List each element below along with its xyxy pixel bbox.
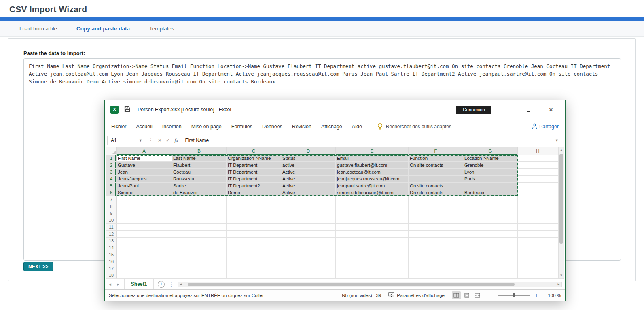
cell-G1[interactable]: Location->Name bbox=[463, 155, 518, 162]
cell-E2[interactable]: gustave.flaubert@it.com bbox=[336, 162, 409, 169]
cell-C7[interactable] bbox=[227, 196, 281, 203]
cell-A16[interactable] bbox=[117, 258, 172, 265]
row-header-11[interactable]: 11 bbox=[106, 224, 117, 231]
cell-E13[interactable] bbox=[336, 238, 409, 244]
formula-input[interactable]: First Name ▼ bbox=[181, 136, 563, 145]
column-header-E[interactable]: E bbox=[336, 147, 409, 155]
row-header-15[interactable]: 15 bbox=[106, 251, 117, 258]
cell-F4[interactable] bbox=[409, 176, 463, 183]
cell-B17[interactable] bbox=[172, 265, 227, 272]
cell-B15[interactable] bbox=[172, 251, 227, 258]
tab-load-from-a-file[interactable]: Load from a file bbox=[19, 25, 57, 32]
cell-C17[interactable] bbox=[227, 265, 281, 272]
column-header-D[interactable]: D bbox=[281, 147, 336, 155]
row-header-8[interactable]: 8 bbox=[106, 203, 117, 210]
menu-affichage[interactable]: Affichage bbox=[321, 124, 342, 130]
cell-G6[interactable]: Bordeaux bbox=[463, 189, 518, 196]
cell-A5[interactable]: Jean-Paul bbox=[117, 183, 172, 189]
cell-G12[interactable] bbox=[463, 231, 518, 238]
vertical-scrollbar[interactable]: ▲ ▼ bbox=[558, 147, 564, 279]
cell-D14[interactable] bbox=[281, 244, 336, 251]
share-button[interactable]: Partager bbox=[532, 123, 559, 130]
zoom-in-button[interactable]: + bbox=[534, 292, 539, 298]
cell-A11[interactable] bbox=[117, 224, 172, 231]
cell-G13[interactable] bbox=[463, 238, 518, 244]
cell-E17[interactable] bbox=[336, 265, 409, 272]
scroll-right-icon[interactable]: ► bbox=[557, 282, 560, 286]
cell-D5[interactable]: Active bbox=[281, 183, 336, 189]
cell-E11[interactable] bbox=[336, 224, 409, 231]
cell-E7[interactable] bbox=[336, 196, 409, 203]
column-header-F[interactable]: F bbox=[409, 147, 463, 155]
cell-F1[interactable]: Function bbox=[409, 155, 463, 162]
cell-E4[interactable]: jeanjacques.rousseau@it.com bbox=[336, 176, 409, 183]
cell-D16[interactable] bbox=[281, 258, 336, 265]
cell-G18[interactable] bbox=[463, 272, 518, 279]
cell-A13[interactable] bbox=[117, 238, 172, 244]
minimize-button[interactable]: – bbox=[497, 107, 514, 113]
cell-G15[interactable] bbox=[463, 251, 518, 258]
cell-D6[interactable]: Active bbox=[281, 189, 336, 196]
cell-D1[interactable]: Status bbox=[281, 155, 336, 162]
row-header-14[interactable]: 14 bbox=[106, 244, 117, 251]
cell-F18[interactable] bbox=[409, 272, 463, 279]
cell-E10[interactable] bbox=[336, 217, 409, 224]
column-header-C[interactable]: C bbox=[227, 147, 281, 155]
zoom-out-button[interactable]: − bbox=[489, 292, 495, 298]
formula-confirm-icon[interactable]: ✓ bbox=[164, 138, 172, 143]
cell-B16[interactable] bbox=[172, 258, 227, 265]
cell-C9[interactable] bbox=[227, 210, 281, 217]
cell-C18[interactable] bbox=[227, 272, 281, 279]
cell-A2[interactable]: Gustave bbox=[117, 162, 172, 169]
cell-H4[interactable] bbox=[518, 176, 558, 183]
column-header-G[interactable]: G bbox=[463, 147, 518, 155]
next-button[interactable]: NEXT >> bbox=[23, 262, 53, 271]
cell-B3[interactable]: Cocteau bbox=[172, 169, 227, 176]
cell-B13[interactable] bbox=[172, 238, 227, 244]
cell-E12[interactable] bbox=[336, 231, 409, 238]
cell-H14[interactable] bbox=[518, 244, 558, 251]
menu-mise-en-page[interactable]: Mise en page bbox=[191, 124, 222, 130]
scroll-down-icon[interactable]: ▼ bbox=[560, 273, 563, 278]
cell-H3[interactable] bbox=[518, 169, 558, 176]
view-page-break-icon[interactable] bbox=[473, 291, 482, 299]
cell-B10[interactable] bbox=[172, 217, 227, 224]
zoom-slider-thumb[interactable] bbox=[513, 293, 515, 297]
cell-F5[interactable]: On site contacts bbox=[409, 183, 463, 189]
cell-A3[interactable]: Jean bbox=[117, 169, 172, 176]
cell-F2[interactable]: On site contacts bbox=[409, 162, 463, 169]
cell-A8[interactable] bbox=[117, 203, 172, 210]
cell-F6[interactable]: On site contacts bbox=[409, 189, 463, 196]
cell-H17[interactable] bbox=[518, 265, 558, 272]
menu-accueil[interactable]: Accueil bbox=[136, 124, 153, 130]
cell-H1[interactable] bbox=[518, 155, 558, 162]
menu-aide[interactable]: Aide bbox=[352, 124, 362, 130]
cell-G16[interactable] bbox=[463, 258, 518, 265]
cell-F15[interactable] bbox=[409, 251, 463, 258]
connexion-button[interactable]: Connexion bbox=[456, 106, 491, 114]
cell-H5[interactable] bbox=[518, 183, 558, 189]
cell-D10[interactable] bbox=[281, 217, 336, 224]
row-header-17[interactable]: 17 bbox=[106, 265, 117, 272]
cell-A4[interactable]: Jean-Jacques bbox=[117, 176, 172, 183]
menu-formules[interactable]: Formules bbox=[231, 124, 252, 130]
cell-D18[interactable] bbox=[281, 272, 336, 279]
row-header-13[interactable]: 13 bbox=[106, 238, 117, 244]
row-header-5[interactable]: 5 bbox=[106, 183, 117, 189]
tab-templates[interactable]: Templates bbox=[149, 25, 174, 32]
horizontal-scrollbar[interactable]: ◄ ► bbox=[178, 282, 562, 287]
cell-G11[interactable] bbox=[463, 224, 518, 231]
cell-A1[interactable]: First Name bbox=[117, 155, 172, 162]
cell-G3[interactable]: Lyon bbox=[463, 169, 518, 176]
add-sheet-button[interactable]: + bbox=[158, 281, 165, 288]
cell-G9[interactable] bbox=[463, 210, 518, 217]
cell-C4[interactable]: IT Department bbox=[227, 176, 281, 183]
sheet-menu-icon[interactable]: ⋮ bbox=[169, 282, 174, 287]
cell-D2[interactable]: active bbox=[281, 162, 336, 169]
cell-B2[interactable]: Flaubert bbox=[172, 162, 227, 169]
menu-r-vision[interactable]: Révision bbox=[292, 124, 311, 130]
cell-D4[interactable]: Active bbox=[281, 176, 336, 183]
cell-G17[interactable] bbox=[463, 265, 518, 272]
cell-H2[interactable] bbox=[518, 162, 558, 169]
cell-F8[interactable] bbox=[409, 203, 463, 210]
